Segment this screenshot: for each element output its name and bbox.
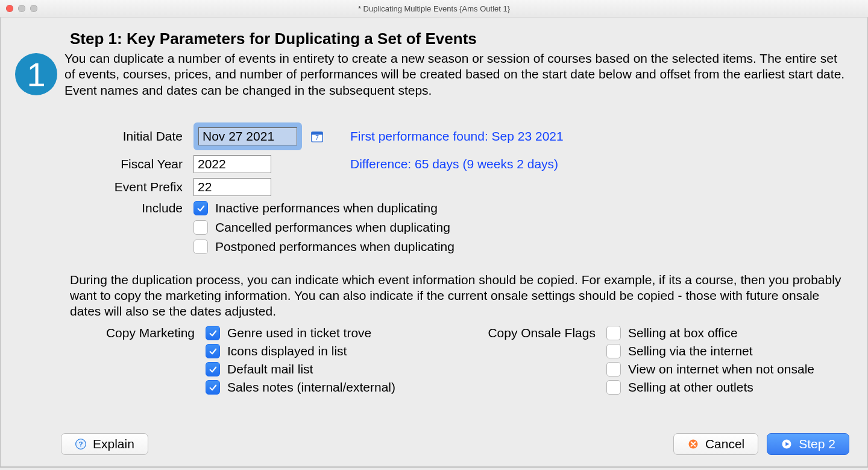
initial-date-field-focus bbox=[193, 122, 302, 150]
calendar-icon[interactable]: 7 bbox=[310, 130, 324, 143]
wizard-window: Step 1: Key Parameters for Duplicating a… bbox=[0, 17, 868, 468]
copy-icons-label: Icons displayed in list bbox=[227, 344, 347, 358]
onsale-web-checkbox[interactable] bbox=[606, 344, 621, 358]
onsale-outlets-checkbox[interactable] bbox=[606, 380, 621, 395]
cancel-icon bbox=[687, 438, 699, 450]
step-number-badge: 1 bbox=[15, 53, 57, 95]
initial-date-input[interactable] bbox=[198, 127, 297, 145]
copy-marketing-label: Copy Marketing bbox=[13, 326, 206, 340]
onsale-view-label: View on internet when not onsale bbox=[628, 362, 814, 376]
event-prefix-label: Event Prefix bbox=[13, 180, 193, 194]
include-inactive-label: Inactive performances when duplicating bbox=[215, 201, 438, 215]
onsale-outlets-label: Selling at other outlets bbox=[628, 380, 753, 395]
bottom-divider bbox=[1, 466, 867, 467]
first-performance-info: First performance found: Sep 23 2021 bbox=[350, 129, 855, 144]
include-postponed-label: Postponed performances when duplicating bbox=[215, 240, 454, 254]
difference-info: Difference: 65 days (9 weeks 2 days) bbox=[350, 157, 855, 171]
onsale-box-checkbox[interactable] bbox=[606, 326, 621, 340]
fiscal-year-label: Fiscal Year bbox=[13, 157, 193, 171]
initial-date-label: Initial Date bbox=[13, 129, 193, 144]
svg-text:7: 7 bbox=[315, 135, 319, 141]
include-inactive-checkbox[interactable] bbox=[193, 201, 208, 215]
cancel-button[interactable]: Cancel bbox=[673, 433, 758, 455]
copy-mail-checkbox[interactable] bbox=[206, 362, 220, 376]
explain-button-label: Explain bbox=[93, 437, 134, 451]
help-icon: ? bbox=[75, 438, 87, 450]
copy-onsale-label: Copy Onsale Flags bbox=[401, 326, 606, 340]
copy-genre-label: Genre used in ticket trove bbox=[227, 326, 371, 340]
copy-notes-checkbox[interactable] bbox=[206, 380, 220, 395]
copy-icons-checkbox[interactable] bbox=[206, 344, 220, 358]
window-title: * Duplicating Multiple Events {Ams Outle… bbox=[0, 4, 868, 13]
onsale-view-checkbox[interactable] bbox=[606, 362, 621, 376]
include-cancelled-checkbox[interactable] bbox=[193, 220, 208, 235]
copy-genre-checkbox[interactable] bbox=[206, 326, 220, 340]
step-intro-text: You can duplicate a number of events in … bbox=[64, 51, 855, 98]
copy-mail-label: Default mail list bbox=[227, 362, 313, 376]
svg-text:?: ? bbox=[78, 440, 83, 448]
onsale-box-label: Selling at box office bbox=[628, 326, 738, 340]
include-label: Include bbox=[13, 201, 193, 215]
copy-notes-label: Sales notes (internal/external) bbox=[227, 380, 395, 395]
onsale-web-label: Selling via the internet bbox=[628, 344, 753, 358]
copy-intro-text: During the duplication process, you can … bbox=[70, 272, 855, 320]
event-prefix-input[interactable] bbox=[193, 178, 271, 196]
play-icon bbox=[781, 438, 793, 450]
titlebar: * Duplicating Multiple Events {Ams Outle… bbox=[0, 0, 868, 17]
include-cancelled-label: Cancelled performances when duplicating bbox=[215, 220, 450, 235]
next-step-button[interactable]: Step 2 bbox=[767, 433, 849, 455]
include-postponed-checkbox[interactable] bbox=[193, 240, 208, 254]
cancel-button-label: Cancel bbox=[705, 437, 744, 451]
explain-button[interactable]: ? Explain bbox=[61, 433, 148, 455]
step-heading: Step 1: Key Parameters for Duplicating a… bbox=[13, 30, 855, 48]
fiscal-year-input[interactable] bbox=[193, 155, 271, 173]
next-step-button-label: Step 2 bbox=[799, 437, 835, 451]
